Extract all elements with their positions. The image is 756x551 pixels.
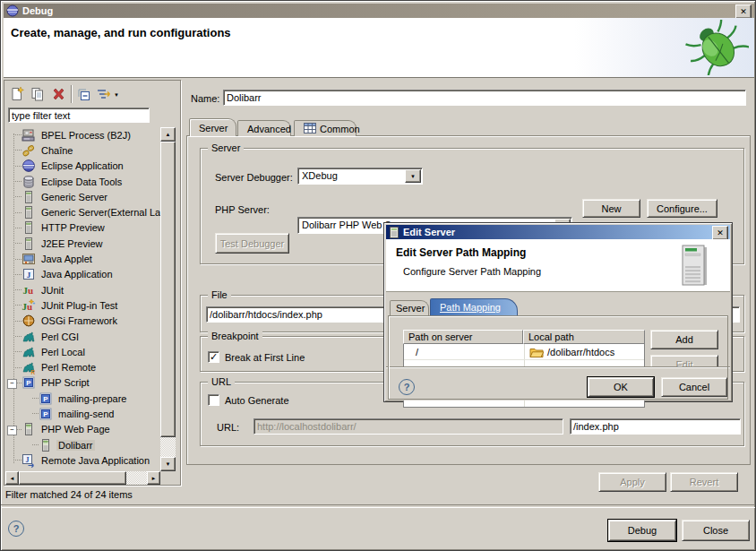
tree-hscrollbar[interactable]: ◄ ► xyxy=(5,471,160,485)
tree-item-label: Eclipse Application xyxy=(39,160,125,171)
edit-server-title: Edit Server xyxy=(403,227,455,237)
scroll-left-icon[interactable]: ◄ xyxy=(5,471,19,485)
delete-config-icon[interactable] xyxy=(50,86,66,104)
tree-item-eclipse-data-tools[interactable]: Eclipse Data Tools xyxy=(6,174,160,189)
tree-connector xyxy=(15,336,21,337)
php-icon: P xyxy=(21,375,36,390)
tree-vscrollbar[interactable]: ▲ ▼ xyxy=(160,127,176,471)
dialog-tab-path-mapping[interactable]: Path Mapping xyxy=(430,298,518,315)
tab-common-label: Common xyxy=(320,124,360,134)
bug-icon xyxy=(684,20,749,77)
edit-server-titlebar[interactable]: Edit Server ✕ xyxy=(386,225,730,239)
database-icon xyxy=(21,175,36,189)
tree-item-eclipse-application[interactable]: Eclipse Application xyxy=(6,159,160,174)
tree-item-bpel-process-b2j[interactable]: BPEL Process (B2J) xyxy=(6,127,160,142)
tree-connector xyxy=(15,196,21,197)
tree-connector xyxy=(15,166,21,167)
path-on-server-cell: / xyxy=(404,347,524,357)
scroll-up-icon[interactable]: ▲ xyxy=(160,127,176,142)
tree-item-mailing-send[interactable]: Pmailing-send xyxy=(6,406,160,421)
collapse-all-icon[interactable] xyxy=(76,86,92,104)
tree-connector xyxy=(15,150,21,151)
close-button[interactable]: Close xyxy=(682,520,750,541)
tree-item-junit-plug-in-test[interactable]: JuJUnit Plug-in Test xyxy=(6,297,160,313)
tree-item-generic-server-external-la[interactable]: Generic Server(External La xyxy=(6,204,160,220)
debug-button[interactable]: Debug xyxy=(608,520,676,541)
close-button-label: Close xyxy=(703,525,728,536)
duplicate-config-icon[interactable] xyxy=(30,86,46,104)
window-close-button[interactable]: ✕ xyxy=(735,4,752,19)
footer-separator xyxy=(1,504,756,508)
tree-item-label: HTTP Preview xyxy=(39,222,107,233)
tree-item-http-preview[interactable]: HTTP Preview xyxy=(6,220,160,236)
eclipse-logo-icon xyxy=(6,4,19,17)
server-tower-icon xyxy=(676,244,714,290)
toolbar-separator xyxy=(71,85,72,103)
tree-item-label: J2EE Preview xyxy=(39,238,104,249)
collapse-minus-icon[interactable]: − xyxy=(7,379,17,389)
camel-icon xyxy=(21,345,36,359)
window-title: Debug xyxy=(22,5,53,16)
tree-item-label: JUnit Plug-in Test xyxy=(39,300,119,311)
tree-item-label: PHP Web Page xyxy=(39,424,112,435)
apply-button[interactable]: Apply xyxy=(598,472,666,492)
tree-connector xyxy=(15,367,21,368)
tree-item-mailing-prepare[interactable]: Pmailing-prepare xyxy=(6,391,160,406)
javaapp-icon: J xyxy=(21,267,36,281)
revert-button[interactable]: Revert xyxy=(670,472,738,492)
local-path-cell: /dolibarr/htdocs xyxy=(524,346,644,358)
help-icon[interactable]: ? xyxy=(8,521,24,537)
svg-text:R: R xyxy=(31,369,36,375)
tree-item-generic-server[interactable]: Generic Server xyxy=(6,189,160,204)
scroll-right-icon[interactable]: ► xyxy=(147,471,160,485)
tree-item-label: Generic Server(External La xyxy=(39,207,160,218)
hscroll-thumb[interactable] xyxy=(19,471,126,485)
window-titlebar[interactable]: Debug ✕ xyxy=(4,4,754,18)
edit-server-close-button[interactable]: ✕ xyxy=(712,226,728,240)
local-path-text: /dolibarr/htdocs xyxy=(547,347,614,357)
banner-title: Create, manage, and run configurations xyxy=(11,26,231,39)
vscroll-thumb[interactable] xyxy=(160,142,176,437)
tab-server-label: Server xyxy=(199,123,228,133)
tree-item-dolibarr[interactable]: Dolibarr xyxy=(6,437,160,452)
svg-text:P: P xyxy=(43,394,48,402)
tree-connector xyxy=(32,398,39,399)
tree-item-label: Generic Server xyxy=(39,192,109,202)
tab-advanced[interactable]: Advanced xyxy=(237,120,291,136)
name-input[interactable] xyxy=(223,90,746,106)
filter-menu-caret-icon[interactable]: ▼ xyxy=(114,92,119,98)
tree-item-junit[interactable]: JuJUnit xyxy=(6,282,160,297)
tree-item-php-web-page[interactable]: −PHP Web Page xyxy=(6,422,160,437)
folder-icon xyxy=(529,346,544,358)
tree-connector xyxy=(32,413,39,414)
tree-item-perl-local[interactable]: Perl Local xyxy=(6,344,160,359)
chain-icon xyxy=(21,143,36,158)
tab-server[interactable]: Server xyxy=(189,118,236,136)
filter-icon[interactable] xyxy=(95,86,111,104)
tab-common[interactable]: Common xyxy=(294,120,357,136)
debug-button-label: Debug xyxy=(628,525,657,536)
config-type-tree: BPEL Process (B2J)ChaîneEclipse Applicat… xyxy=(6,127,160,471)
tree-item-perl-cgi[interactable]: Perl CGI xyxy=(6,329,160,344)
filter-input[interactable] xyxy=(8,108,150,123)
tree-item-label: Java Applet xyxy=(39,254,94,264)
tree-item-java-application[interactable]: JJava Application xyxy=(6,267,160,282)
svg-text:J: J xyxy=(27,271,31,280)
scroll-down-icon[interactable]: ▼ xyxy=(160,457,176,471)
tree-item-osgi-framework[interactable]: OSGi Framework xyxy=(6,314,160,329)
new-config-icon[interactable] xyxy=(9,86,25,104)
tree-item-j2ee-preview[interactable]: J2EE Preview xyxy=(6,236,160,251)
tree-connector xyxy=(15,289,21,290)
path-mapping-row[interactable]: //dolibarr/htdocs xyxy=(404,344,644,360)
launch-config-panel: ▼ BPEL Process (B2J)ChaîneEclipse Applic… xyxy=(4,80,181,486)
dialog-tab-server[interactable]: Server xyxy=(390,300,429,315)
collapse-minus-icon[interactable]: − xyxy=(7,426,17,435)
dialog-tab-server-label: Server xyxy=(396,303,425,314)
tree-item-cha-ne[interactable]: Chaîne xyxy=(6,142,160,158)
tree-item-php-script[interactable]: −PPHP Script xyxy=(6,375,160,391)
tree-item-remote-java-application[interactable]: JRemote Java Application xyxy=(6,452,160,468)
revert-button-label: Revert xyxy=(690,477,718,487)
tree-item-perl-remote[interactable]: RPerl Remote xyxy=(6,359,160,375)
edit-server-banner-title: Edit Server Path Mapping xyxy=(396,246,526,259)
tree-item-java-applet[interactable]: Java Applet xyxy=(6,251,160,266)
